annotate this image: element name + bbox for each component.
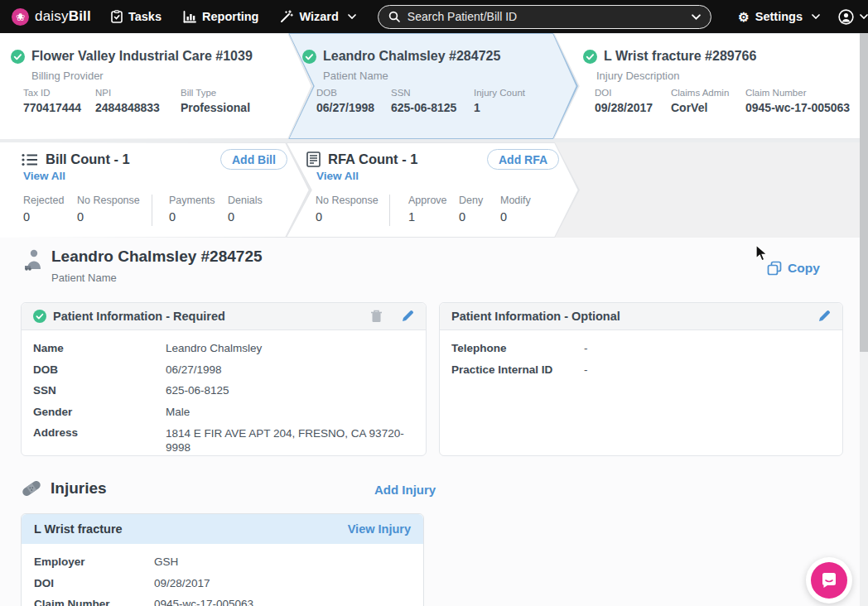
stat-label: Modify: [500, 195, 531, 206]
injuries-section-title: Injuries: [51, 479, 107, 498]
copy-button[interactable]: Copy: [767, 261, 820, 276]
top-navbar: ❀ daisyBill Tasks Reporting Wizard ⚙ Set…: [0, 0, 868, 33]
nav-tasks[interactable]: Tasks: [111, 10, 162, 23]
magic-wand-icon: [280, 10, 293, 23]
nav-reporting[interactable]: Reporting: [183, 10, 258, 23]
field-label: SSN: [391, 88, 474, 98]
gear-icon: ⚙: [738, 11, 749, 23]
stat-label: Deny: [459, 195, 483, 206]
chevron-down-icon: [348, 14, 356, 19]
bar-chart-icon: [183, 11, 196, 23]
injury-card-title: L Wrist fracture: [34, 522, 348, 536]
field-value: 0945-wc-17-005063: [745, 101, 850, 114]
daisybill-logo[interactable]: ❀ daisyBill: [12, 8, 91, 26]
copy-label: Copy: [788, 261, 820, 276]
row-value: 09/28/2017: [154, 573, 210, 594]
nav-settings[interactable]: ⚙ Settings: [738, 10, 820, 23]
stat-label: No Response: [316, 195, 379, 206]
view-injury-link[interactable]: View Injury: [348, 522, 411, 536]
field-label: Injury Count: [474, 88, 525, 98]
row-label: Gender: [33, 402, 166, 423]
stat-label: Denials: [228, 195, 263, 206]
main-content: Leandro Chalmsley #284725 Patient Name C…: [0, 238, 868, 606]
nav-wizard-label: Wizard: [299, 10, 338, 23]
nav-wizard[interactable]: Wizard: [280, 10, 355, 23]
breadcrumb-injury-panel[interactable]: L Wrist fracture #289766 Injury Descript…: [553, 33, 868, 139]
injury-crumb-subtitle: Injury Description: [596, 70, 679, 82]
patient-icon: [23, 249, 43, 271]
chat-launcher-button[interactable]: [806, 557, 852, 604]
edit-icon[interactable]: [401, 310, 414, 323]
provider-crumb-subtitle: Billing Provider: [31, 70, 104, 82]
rfa-count-panel: RFA Count - 1 Add RFA View All No Respon…: [286, 142, 580, 238]
daisy-flower-icon: ❀: [12, 8, 29, 26]
stat-value: 0: [228, 210, 263, 224]
chevron-down-icon: [812, 14, 820, 19]
counts-strip: RFA Count - 1 Add RFA View All No Respon…: [0, 142, 868, 238]
stat-value: 0: [459, 210, 483, 224]
injury-card: L Wrist fracture View Injury EmployerGSH…: [21, 513, 424, 606]
field-value: 06/27/1998: [316, 101, 391, 114]
row-value: 625-06-8125: [166, 380, 229, 402]
field-label: Tax ID: [23, 88, 95, 98]
nav-settings-label: Settings: [755, 10, 803, 23]
stat-value: 1: [408, 210, 447, 224]
stat-divider: [152, 195, 152, 226]
nav-reporting-label: Reporting: [202, 10, 258, 23]
bill-view-all-link[interactable]: View All: [23, 170, 65, 182]
optional-card-title: Patient Information - Optional: [451, 310, 620, 323]
breadcrumb-patient-panel[interactable]: Leandro Chalmsley #284725 Patient Name D…: [288, 33, 578, 139]
search-chevron-down-icon[interactable]: [692, 14, 701, 20]
copy-icon: [767, 261, 782, 276]
vertical-scrollbar[interactable]: [860, 33, 868, 606]
patient-crumb-subtitle: Patient Name: [323, 70, 388, 82]
required-card-title: Patient Information - Required: [53, 310, 225, 323]
patient-info-required-card: Patient Information - Required NameLeand…: [21, 302, 427, 456]
field-label: Bill Type: [181, 88, 250, 98]
row-value: Leandro Chalmsley: [166, 338, 262, 359]
row-label: SSN: [33, 380, 166, 402]
add-rfa-button[interactable]: Add RFA: [487, 149, 559, 170]
check-circle-icon: [33, 310, 46, 323]
field-label: DOI: [595, 88, 671, 98]
row-label: Claim Number: [34, 594, 154, 606]
field-label: NPI: [95, 88, 181, 98]
scrollbar-thumb[interactable]: [860, 33, 868, 352]
rfa-view-all-link[interactable]: View All: [316, 170, 359, 182]
bandage-icon: [21, 479, 42, 498]
edit-icon[interactable]: [817, 310, 831, 323]
row-value: 1814 E FIR AVE APT 204, FRESNO, CA 93720…: [166, 422, 407, 454]
add-bill-button[interactable]: Add Bill: [220, 149, 287, 170]
row-label: Telephone: [451, 338, 584, 359]
row-label: Name: [33, 338, 166, 359]
field-value: 2484848833: [95, 101, 181, 114]
search-input[interactable]: [407, 10, 692, 23]
user-circle-icon: [838, 9, 854, 25]
breadcrumb-provider-panel[interactable]: Flower Valley Industrial Care #1039 Bill…: [0, 33, 313, 139]
chat-bubble-icon: [811, 562, 847, 599]
stat-label: Rejected: [23, 195, 64, 206]
row-value: -: [584, 338, 588, 359]
stat-label: Approve: [408, 195, 447, 206]
stat-divider: [389, 195, 390, 226]
brand-name: daisyBill: [35, 8, 91, 25]
row-value: -: [584, 359, 588, 381]
field-value: CorVel: [671, 101, 745, 114]
injury-crumb-title: L Wrist fracture #289766: [604, 49, 756, 64]
check-circle-icon: [583, 50, 597, 64]
field-value: Professional: [181, 101, 250, 114]
nav-account[interactable]: [838, 9, 868, 25]
field-value: 770417444: [23, 101, 95, 114]
row-label: Practice Internal ID: [451, 359, 584, 381]
add-injury-link[interactable]: Add Injury: [374, 483, 436, 497]
global-search[interactable]: [378, 5, 711, 29]
search-icon: [388, 11, 400, 22]
row-value: 0945-wc-17-005063: [154, 594, 253, 606]
stat-value: 0: [169, 210, 215, 224]
delete-icon[interactable]: [370, 310, 383, 323]
row-label: DOI: [34, 573, 154, 594]
row-value: GSH: [154, 551, 178, 573]
stat-value: 0: [77, 210, 140, 224]
context-breadcrumb-strip: L Wrist fracture #289766 Injury Descript…: [0, 33, 868, 139]
patient-page-title: Leandro Chalmsley #284725: [51, 248, 263, 266]
